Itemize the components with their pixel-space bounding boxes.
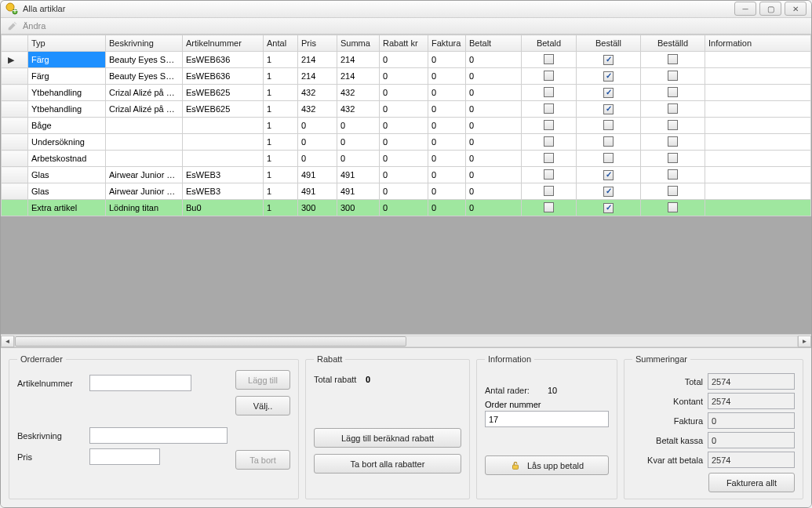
cell[interactable]: 1 xyxy=(264,183,298,200)
cell[interactable]: Airwear Junior Rx... xyxy=(106,183,183,200)
cell-betald[interactable] xyxy=(522,167,577,183)
maximize-button[interactable]: ▢ xyxy=(759,2,781,16)
cell[interactable]: 0 xyxy=(428,134,466,151)
checkbox-bestall[interactable] xyxy=(603,88,614,98)
checkbox-betald[interactable] xyxy=(544,87,554,97)
cell[interactable]: 0 xyxy=(466,183,522,200)
header-betald[interactable]: Betald xyxy=(522,35,577,52)
cell[interactable]: 1 xyxy=(264,68,298,85)
cell[interactable]: 0 xyxy=(466,167,522,183)
cell-information[interactable] xyxy=(705,200,811,216)
table-row[interactable]: ▶FärgBeauty Eyes Safir...EsWEB6361214214… xyxy=(2,52,811,68)
table-row[interactable]: YtbehandlingCrizal Alizé på Or ...EsWEB6… xyxy=(2,101,811,118)
checkbox-bestalld[interactable] xyxy=(668,87,678,97)
lagg-till-button[interactable]: Lägg till xyxy=(235,370,290,390)
cell[interactable]: Airwear Junior Rx... xyxy=(106,167,183,183)
cell[interactable]: 0 xyxy=(428,85,466,101)
cell[interactable]: Crizal Alizé på Or ... xyxy=(106,85,183,101)
cell-information[interactable] xyxy=(705,101,811,118)
cell[interactable]: 0 xyxy=(428,118,466,134)
cell[interactable]: Ytbehandling xyxy=(28,85,106,101)
cell[interactable]: Arbetskostnad xyxy=(28,151,106,167)
cell[interactable]: 0 xyxy=(466,200,522,216)
table-row[interactable]: GlasAirwear Junior Rx...EsWEB31491491000 xyxy=(2,183,811,200)
cell-betald[interactable] xyxy=(522,101,577,118)
cell[interactable]: Crizal Alizé på Or ... xyxy=(106,101,183,118)
cell[interactable] xyxy=(106,118,183,134)
header-marker[interactable] xyxy=(2,35,28,52)
minimize-button[interactable]: ─ xyxy=(734,2,756,16)
cell-betald[interactable] xyxy=(522,200,577,216)
cell-bestalld[interactable] xyxy=(641,52,705,68)
cell-information[interactable] xyxy=(705,68,811,85)
cell[interactable] xyxy=(106,151,183,167)
cell-information[interactable] xyxy=(705,151,811,167)
cell-information[interactable] xyxy=(705,118,811,134)
checkbox-bestall[interactable] xyxy=(603,203,614,213)
checkbox-bestalld[interactable] xyxy=(668,71,678,81)
checkbox-bestalld[interactable] xyxy=(668,120,678,130)
cell[interactable] xyxy=(2,183,28,200)
checkbox-betald[interactable] xyxy=(544,103,554,114)
header-antal[interactable]: Antal xyxy=(264,35,298,52)
cell[interactable]: 0 xyxy=(337,134,380,151)
cell[interactable]: 432 xyxy=(337,101,380,118)
cell[interactable] xyxy=(2,200,28,216)
checkbox-betald[interactable] xyxy=(544,202,554,212)
table-row[interactable]: Undersökning100000 xyxy=(2,134,811,151)
header-rabatt[interactable]: Rabatt kr xyxy=(380,35,428,52)
cell[interactable] xyxy=(2,167,28,183)
cell[interactable]: Extra artikel xyxy=(28,200,106,216)
cell[interactable]: 0 xyxy=(298,151,337,167)
header-bestall[interactable]: Beställ xyxy=(577,35,641,52)
cell[interactable]: EsWEB625 xyxy=(183,101,264,118)
cell[interactable]: EsWEB625 xyxy=(183,85,264,101)
cell[interactable]: Glas xyxy=(28,167,106,183)
checkbox-bestall[interactable] xyxy=(603,187,614,197)
table-row[interactable]: Extra artikelLödning titanBu01300300000 xyxy=(2,200,811,216)
header-artikelnummer[interactable]: Artikelnummer xyxy=(183,35,264,52)
cell[interactable]: 0 xyxy=(380,200,428,216)
cell[interactable]: 0 xyxy=(466,85,522,101)
cell[interactable]: ▶ xyxy=(2,52,28,68)
cell[interactable] xyxy=(183,151,264,167)
cell[interactable]: Beauty Eyes Safir... xyxy=(106,52,183,68)
cell[interactable]: 1 xyxy=(264,118,298,134)
cell[interactable]: 214 xyxy=(337,68,380,85)
cell-bestalld[interactable] xyxy=(641,200,705,216)
cell[interactable] xyxy=(2,134,28,151)
cell-bestall[interactable] xyxy=(577,101,641,118)
cell-information[interactable] xyxy=(705,167,811,183)
cell[interactable] xyxy=(2,151,28,167)
cell[interactable]: Lödning titan xyxy=(106,200,183,216)
checkbox-bestalld[interactable] xyxy=(668,103,678,114)
cell-bestall[interactable] xyxy=(577,134,641,151)
cell[interactable]: 432 xyxy=(298,101,337,118)
cell[interactable]: 0 xyxy=(428,68,466,85)
checkbox-bestall[interactable] xyxy=(603,170,614,180)
cell-bestall[interactable] xyxy=(577,85,641,101)
header-bestalld[interactable]: Beställd xyxy=(641,35,705,52)
checkbox-bestalld[interactable] xyxy=(668,202,678,212)
valj-button[interactable]: Välj.. xyxy=(235,396,290,415)
cell-bestall[interactable] xyxy=(577,200,641,216)
cell[interactable]: 1 xyxy=(264,52,298,68)
cell[interactable]: 0 xyxy=(380,68,428,85)
checkbox-betald[interactable] xyxy=(544,186,554,196)
cell[interactable] xyxy=(183,134,264,151)
cell[interactable] xyxy=(2,68,28,85)
table-row[interactable]: FärgBeauty Eyes Safir...EsWEB63612142140… xyxy=(2,68,811,85)
table-row[interactable]: Arbetskostnad100000 xyxy=(2,151,811,167)
cell-bestalld[interactable] xyxy=(641,85,705,101)
cell[interactable]: Beauty Eyes Safir... xyxy=(106,68,183,85)
checkbox-bestall[interactable] xyxy=(603,136,614,147)
cell[interactable]: Glas xyxy=(28,183,106,200)
beskrivning-input[interactable] xyxy=(89,427,228,444)
checkbox-betald[interactable] xyxy=(544,54,554,64)
checkbox-bestall[interactable] xyxy=(603,71,614,82)
scroll-right-icon[interactable]: ► xyxy=(798,336,811,347)
table-row[interactable]: GlasAirwear Junior Rx...EsWEB31491491000 xyxy=(2,167,811,183)
cell[interactable]: 0 xyxy=(337,118,380,134)
header-information[interactable]: Information xyxy=(705,35,811,52)
cell[interactable]: Båge xyxy=(28,118,106,134)
